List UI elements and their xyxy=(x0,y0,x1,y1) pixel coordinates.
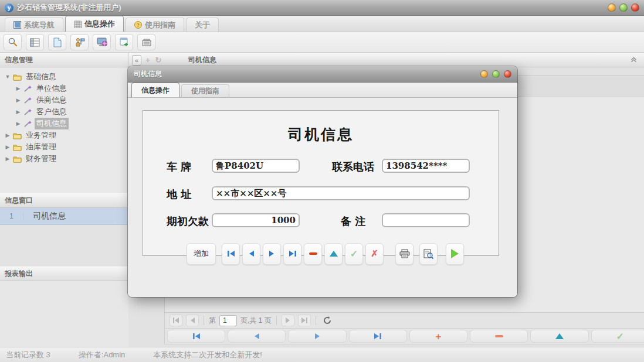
tab-label: 使用指南 xyxy=(145,20,175,30)
tree-item-business-manage[interactable]: ▶ 业务管理 xyxy=(0,129,128,141)
record-prev-button[interactable] xyxy=(228,330,286,343)
expander-right-icon[interactable]: ▶ xyxy=(15,109,21,115)
collapse-panel-icon[interactable] xyxy=(631,57,640,64)
print-preview-button[interactable] xyxy=(419,243,438,265)
dialog-close-button[interactable] xyxy=(504,70,511,78)
prev-record-button[interactable] xyxy=(242,243,260,265)
expander-right-icon[interactable]: ▶ xyxy=(15,97,21,103)
window-add-button[interactable] xyxy=(115,34,133,50)
phone-label: 联系电话 xyxy=(332,160,374,174)
main-panel-title: 司机信息 xyxy=(188,55,216,65)
first-record-button[interactable] xyxy=(222,243,240,265)
expander-right-icon[interactable]: ▶ xyxy=(5,144,11,150)
remark-input[interactable] xyxy=(382,213,470,227)
wand-icon xyxy=(23,120,32,128)
phone-input[interactable] xyxy=(382,159,470,173)
page-prev-button[interactable] xyxy=(186,315,199,326)
wand-icon xyxy=(23,97,32,104)
tab-about[interactable]: 关于 xyxy=(186,18,219,32)
record-post-button[interactable]: ✓ xyxy=(591,330,644,343)
tree-item-base-info[interactable]: ▼ 基础信息 xyxy=(0,71,128,83)
run-button[interactable] xyxy=(446,243,464,265)
maximize-button[interactable] xyxy=(619,4,628,12)
monitor-button[interactable] xyxy=(93,34,111,50)
print-button[interactable] xyxy=(395,243,413,265)
last-record-icon xyxy=(374,333,382,340)
dialog-tab-info-ops[interactable]: 信息操作 xyxy=(131,83,179,97)
minimize-button[interactable] xyxy=(608,4,616,12)
tree-item-supplier-info[interactable]: ▶ 供商信息 xyxy=(0,94,128,106)
tab-info-ops[interactable]: 信息操作 xyxy=(65,16,124,32)
statusbar: 当前记录数 3 操作者:Admin 本系统支持二次开发和全新开发! xyxy=(0,347,644,362)
dialog-minimize-button[interactable] xyxy=(480,70,488,78)
record-last-button[interactable] xyxy=(349,330,407,343)
tab-system-nav[interactable]: 系统导航 xyxy=(5,18,63,32)
tree-label: 客户信息 xyxy=(35,106,69,118)
add-record-button[interactable]: 增加 xyxy=(187,243,216,265)
tree-label: 单位信息 xyxy=(35,83,69,94)
page-first-button[interactable] xyxy=(170,315,182,326)
grid-view-button[interactable] xyxy=(26,34,44,50)
last-record-button[interactable] xyxy=(283,243,301,265)
edit-triangle-icon xyxy=(555,333,564,339)
close-button[interactable] xyxy=(631,4,639,12)
post-record-button[interactable]: ✓ xyxy=(345,243,363,265)
window-icon xyxy=(13,21,21,29)
plate-input[interactable] xyxy=(212,159,300,173)
first-page-icon xyxy=(172,317,179,323)
window-add-icon xyxy=(120,37,129,47)
dialog-titlebar[interactable]: 司机信息 xyxy=(128,66,517,83)
tab-user-guide[interactable]: ? 使用指南 xyxy=(126,18,184,32)
tree-item-finance-manage[interactable]: ▶ 财务管理 xyxy=(0,153,128,165)
debt-input[interactable] xyxy=(212,213,300,227)
expander-right-icon[interactable]: ▶ xyxy=(5,156,11,162)
expander-right-icon[interactable]: ▶ xyxy=(5,132,11,138)
card-file-button[interactable] xyxy=(137,34,155,50)
expander-right-icon[interactable]: ▶ xyxy=(15,86,21,91)
expander-down-icon[interactable]: ▼ xyxy=(5,74,11,80)
info-window-header: 信息窗口 xyxy=(0,193,128,208)
list-item-driver-info[interactable]: 1 司机信息 xyxy=(0,208,128,225)
next-record-icon xyxy=(269,250,275,257)
expander-right-icon[interactable]: ▶ xyxy=(15,121,21,127)
document-button[interactable] xyxy=(48,34,66,50)
record-edit-button[interactable] xyxy=(530,330,588,343)
next-record-button[interactable] xyxy=(263,243,281,265)
tree-item-driver-info[interactable]: ▶ 司机信息 xyxy=(0,118,128,129)
tree-item-unit-info[interactable]: ▶ 单位信息 xyxy=(0,83,128,94)
record-add-button[interactable]: + xyxy=(409,330,467,343)
sidebar: 信息管理 ▼ 基础信息 ▶ 单位信息 ▶ 供商信息 ▶ 客户信息 ▶ 司机信息 xyxy=(0,53,128,347)
record-next-button[interactable] xyxy=(288,330,346,343)
info-manage-header: 信息管理 xyxy=(0,53,128,67)
refresh-button[interactable] xyxy=(321,315,334,326)
user-task-button[interactable] xyxy=(70,34,89,50)
driver-info-dialog: 司机信息 信息操作 使用指南 司机信息 车 牌 联系电话 地 址 期初欠款 备 … xyxy=(128,66,517,297)
page-next-button[interactable] xyxy=(282,315,294,326)
monitor-globe-icon xyxy=(97,37,107,47)
page-last-button[interactable] xyxy=(298,315,311,326)
search-button[interactable] xyxy=(4,34,22,50)
record-delete-button[interactable] xyxy=(470,330,528,343)
window-controls xyxy=(608,4,639,12)
dialog-title: 司机信息 xyxy=(134,69,162,79)
edit-record-button[interactable] xyxy=(324,243,343,265)
first-record-icon xyxy=(192,333,201,340)
check-icon: ✓ xyxy=(350,248,358,259)
main-tabstrip: 系统导航 信息操作 ? 使用指南 关于 xyxy=(0,16,644,32)
printer-icon xyxy=(399,249,410,258)
folder-icon xyxy=(13,132,22,139)
record-first-button[interactable] xyxy=(167,330,225,343)
add-tab-icon: + xyxy=(144,56,152,64)
cancel-record-button[interactable]: ✗ xyxy=(365,243,384,265)
page-number-input[interactable] xyxy=(219,315,237,326)
address-input[interactable] xyxy=(212,186,470,200)
tree-item-depot-manage[interactable]: ▶ 油库管理 xyxy=(0,141,128,153)
dialog-tab-user-guide[interactable]: 使用指南 xyxy=(181,84,229,97)
refresh-icon xyxy=(323,316,331,325)
collapse-sidebar-button[interactable]: « xyxy=(132,55,141,66)
dialog-maximize-button[interactable] xyxy=(492,70,500,78)
tree-label: 财务管理 xyxy=(24,153,58,165)
tree-item-customer-info[interactable]: ▶ 客户信息 xyxy=(0,106,128,118)
delete-record-button[interactable] xyxy=(304,243,322,265)
tree-label: 司机信息 xyxy=(35,118,69,129)
